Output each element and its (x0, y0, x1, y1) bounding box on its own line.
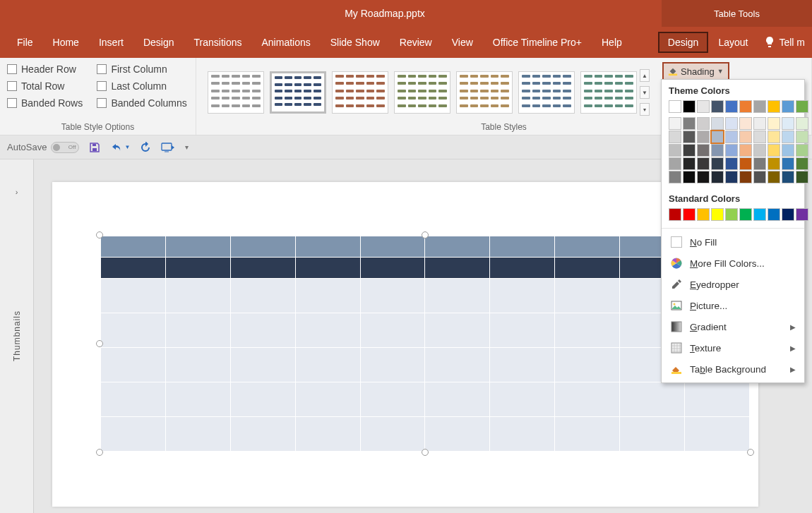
color-swatch[interactable] (782, 171, 794, 183)
selection-handle[interactable] (96, 231, 103, 239)
color-swatch[interactable] (753, 100, 766, 113)
color-swatch[interactable] (796, 131, 808, 143)
thumbnails-pane[interactable]: › Thumbnails (0, 159, 34, 513)
selection-handle[interactable] (422, 231, 429, 239)
color-swatch[interactable] (669, 100, 681, 113)
more-fill-colors-item[interactable]: More Fill Colors... (662, 253, 804, 274)
selection-handle[interactable] (747, 449, 754, 456)
color-swatch[interactable] (697, 144, 710, 157)
color-swatch[interactable] (683, 208, 695, 221)
color-swatch[interactable] (711, 100, 724, 113)
chk-last-column[interactable]: Last Column (97, 80, 189, 92)
chk-banded-columns[interactable]: Banded Columns (97, 97, 189, 109)
tab-insert[interactable]: Insert (89, 27, 133, 58)
tab-office-timeline[interactable]: Office Timeline Pro+ (483, 27, 592, 58)
color-swatch[interactable] (683, 117, 695, 130)
tab-table-layout[interactable]: Layout (708, 27, 758, 58)
color-swatch[interactable] (711, 171, 724, 183)
color-swatch[interactable] (725, 171, 738, 183)
table-background-item[interactable]: Table Background ▶ (662, 358, 804, 380)
color-swatch[interactable] (683, 100, 695, 113)
save-button[interactable] (89, 142, 100, 153)
tab-animations[interactable]: Animations (251, 27, 320, 58)
color-swatch[interactable] (768, 157, 780, 170)
color-swatch[interactable] (711, 117, 724, 130)
color-swatch[interactable] (669, 131, 681, 143)
color-swatch[interactable] (683, 131, 695, 143)
color-swatch[interactable] (711, 157, 724, 170)
table-object[interactable] (100, 236, 750, 452)
color-swatch[interactable] (796, 117, 808, 130)
gallery-more[interactable]: ▾ (640, 103, 650, 116)
color-swatch[interactable] (669, 208, 681, 221)
selection-handle[interactable] (96, 340, 103, 347)
color-swatch[interactable] (796, 100, 808, 113)
color-swatch[interactable] (683, 171, 695, 183)
table-style-sample[interactable] (270, 71, 326, 114)
shading-button[interactable]: Shading ▼ (662, 62, 729, 80)
color-swatch[interactable] (725, 131, 738, 143)
slide-canvas[interactable] (52, 182, 758, 507)
color-swatch[interactable] (782, 117, 794, 130)
qat-customize[interactable]: ▾ (185, 143, 189, 151)
table-style-sample[interactable] (580, 71, 637, 114)
color-swatch[interactable] (739, 131, 752, 143)
chk-first-column[interactable]: First Column (97, 64, 189, 75)
table-style-sample[interactable] (332, 71, 388, 114)
table-style-sample[interactable] (456, 71, 513, 114)
color-swatch[interactable] (753, 117, 766, 130)
tab-file[interactable]: File (7, 27, 43, 58)
color-swatch[interactable] (782, 157, 794, 170)
tab-view[interactable]: View (442, 27, 483, 58)
color-swatch[interactable] (739, 117, 752, 130)
color-swatch[interactable] (725, 117, 738, 130)
color-swatch[interactable] (697, 131, 710, 143)
tab-home[interactable]: Home (43, 27, 89, 58)
color-swatch[interactable] (725, 157, 738, 170)
color-swatch[interactable] (697, 157, 710, 170)
no-fill-item[interactable]: No Fill (662, 231, 804, 253)
tab-design-main[interactable]: Design (133, 27, 184, 58)
table-style-sample[interactable] (394, 71, 450, 114)
color-swatch[interactable] (768, 208, 780, 221)
color-swatch[interactable] (782, 100, 794, 113)
texture-item[interactable]: Texture ▶ (662, 337, 804, 358)
chk-banded-rows[interactable]: Banded Rows (7, 97, 84, 109)
table-style-sample[interactable] (518, 71, 575, 114)
color-swatch[interactable] (753, 171, 766, 183)
color-swatch[interactable] (782, 131, 794, 143)
picture-item[interactable]: Picture... (662, 295, 804, 316)
tab-help[interactable]: Help (592, 27, 632, 58)
color-swatch[interactable] (739, 144, 752, 157)
color-swatch[interactable] (725, 144, 738, 157)
color-swatch[interactable] (768, 117, 780, 130)
color-swatch[interactable] (739, 171, 752, 183)
undo-button[interactable]: ▼ (110, 142, 130, 153)
color-swatch[interactable] (768, 144, 780, 157)
tell-me[interactable]: Tell m (758, 36, 805, 49)
color-swatch[interactable] (768, 100, 780, 113)
color-swatch[interactable] (697, 208, 710, 221)
color-swatch[interactable] (739, 208, 752, 221)
color-swatch[interactable] (753, 144, 766, 157)
color-swatch[interactable] (796, 144, 808, 157)
color-swatch[interactable] (753, 131, 766, 143)
color-swatch[interactable] (669, 144, 681, 157)
color-swatch[interactable] (669, 117, 681, 130)
tab-transitions[interactable]: Transitions (184, 27, 252, 58)
color-swatch[interactable] (782, 208, 794, 221)
color-swatch[interactable] (697, 100, 710, 113)
color-swatch[interactable] (739, 100, 752, 113)
chk-total-row[interactable]: Total Row (7, 80, 84, 92)
start-from-beginning-button[interactable] (161, 142, 175, 153)
color-swatch[interactable] (711, 131, 724, 143)
color-swatch[interactable] (669, 171, 681, 183)
eyedropper-item[interactable]: Eyedropper (662, 274, 804, 295)
color-swatch[interactable] (782, 144, 794, 157)
tab-review[interactable]: Review (390, 27, 442, 58)
color-swatch[interactable] (796, 171, 808, 183)
autosave-toggle[interactable]: AutoSave Off (7, 142, 79, 153)
gradient-item[interactable]: Gradient ▶ (662, 316, 804, 337)
color-swatch[interactable] (768, 131, 780, 143)
gallery-scroll-down[interactable]: ▼ (640, 86, 650, 99)
